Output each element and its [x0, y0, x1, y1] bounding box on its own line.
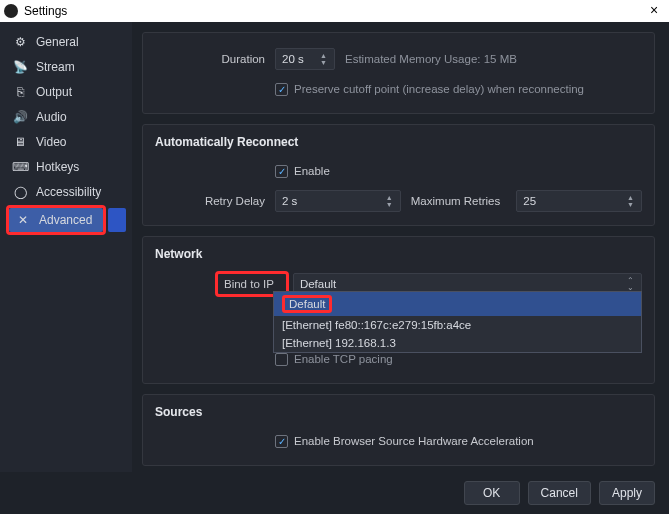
tools-icon: ✕	[15, 213, 31, 227]
retry-delay-label: Retry Delay	[155, 195, 275, 207]
tcp-pacing-checkbox-row[interactable]: Enable TCP pacing	[275, 353, 393, 366]
memory-usage-text: Estimated Memory Usage: 15 MB	[345, 53, 517, 65]
option-label: Default	[289, 298, 325, 310]
apply-button[interactable]: Apply	[599, 481, 655, 505]
titlebar: Settings ×	[0, 0, 669, 22]
checkbox-icon[interactable]	[275, 353, 288, 366]
tcp-pacing-label: Enable TCP pacing	[294, 353, 393, 365]
row-enable: Enable	[155, 159, 642, 183]
section-reconnect: Automatically Reconnect Enable Retry Del…	[142, 124, 655, 226]
speaker-icon: 🔊	[12, 110, 28, 124]
enable-label: Enable	[294, 165, 330, 177]
spinner-arrows-icon[interactable]: ▲▼	[627, 191, 639, 211]
dropdown-option-default[interactable]: Default	[274, 292, 641, 316]
duration-value: 20 s	[282, 53, 304, 65]
row-duration: Duration 20 s ▲▼ Estimated Memory Usage:…	[155, 47, 642, 71]
accessibility-icon: ◯	[12, 185, 28, 199]
dialog-footer: OK Cancel Apply	[0, 472, 669, 514]
checkbox-icon[interactable]	[275, 165, 288, 178]
sidebar-item-stream[interactable]: 📡 Stream	[6, 55, 126, 79]
retry-delay-spinner[interactable]: 2 s ▲▼	[275, 190, 401, 212]
sidebar-item-label: Audio	[36, 110, 67, 124]
sidebar-item-label: General	[36, 35, 79, 49]
content-area: Duration 20 s ▲▼ Estimated Memory Usage:…	[132, 22, 669, 472]
browser-hw-checkbox-row[interactable]: Enable Browser Source Hardware Accelerat…	[275, 435, 534, 448]
preserve-checkbox-row[interactable]: Preserve cutoff point (increase delay) w…	[275, 83, 584, 96]
row-browser-hw: Enable Browser Source Hardware Accelerat…	[155, 429, 642, 453]
sidebar-item-video[interactable]: 🖥 Video	[6, 130, 126, 154]
checkbox-icon[interactable]	[275, 435, 288, 448]
checkbox-icon[interactable]	[275, 83, 288, 96]
sidebar-item-audio[interactable]: 🔊 Audio	[6, 105, 126, 129]
max-retries-label: Maximum Retries	[411, 195, 506, 207]
bind-ip-label: Bind to IP	[224, 278, 280, 290]
selection-overflow	[108, 208, 126, 232]
sidebar-item-label: Advanced	[39, 213, 92, 227]
duration-label: Duration	[155, 53, 275, 65]
antenna-icon: 📡	[12, 60, 28, 74]
dropdown-option-ethernet-ipv4[interactable]: [Ethernet] 192.168.1.3	[274, 334, 641, 352]
output-icon: ⎘	[12, 85, 28, 99]
reconnect-title: Automatically Reconnect	[155, 135, 642, 149]
sidebar-item-hotkeys[interactable]: ⌨ Hotkeys	[6, 155, 126, 179]
dropdown-option-ethernet-ipv6[interactable]: [Ethernet] fe80::167c:e279:15fb:a4ce	[274, 316, 641, 334]
duration-spinner[interactable]: 20 s ▲▼	[275, 48, 335, 70]
bind-ip-dropdown[interactable]: Default [Ethernet] fe80::167c:e279:15fb:…	[273, 291, 642, 353]
bind-ip-value: Default	[300, 278, 336, 290]
preserve-label: Preserve cutoff point (increase delay) w…	[294, 83, 584, 95]
sidebar-item-advanced[interactable]: ✕ Advanced	[9, 208, 103, 232]
gear-icon: ⚙	[12, 35, 28, 49]
app-icon	[4, 4, 18, 18]
retry-delay-value: 2 s	[282, 195, 297, 207]
network-title: Network	[155, 247, 642, 261]
spinner-arrows-icon[interactable]: ▲▼	[386, 191, 398, 211]
sidebar-item-output[interactable]: ⎘ Output	[6, 80, 126, 104]
monitor-icon: 🖥	[12, 135, 28, 149]
cancel-button[interactable]: Cancel	[528, 481, 591, 505]
sidebar-item-label: Hotkeys	[36, 160, 79, 174]
window-title: Settings	[24, 4, 67, 18]
highlight-default-option: Default	[282, 295, 332, 313]
sidebar: ⚙ General 📡 Stream ⎘ Output 🔊 Audio 🖥 Vi…	[0, 22, 132, 472]
spinner-arrows-icon[interactable]: ▲▼	[320, 49, 332, 69]
row-retry: Retry Delay 2 s ▲▼ Maximum Retries 25 ▲▼	[155, 189, 642, 213]
section-network: Network Bind to IP Default ⌃⌄ Default	[142, 236, 655, 384]
sidebar-item-accessibility[interactable]: ◯ Accessibility	[6, 180, 126, 204]
row-preserve: Preserve cutoff point (increase delay) w…	[155, 77, 642, 101]
max-retries-spinner[interactable]: 25 ▲▼	[516, 190, 642, 212]
highlight-advanced: ✕ Advanced	[6, 205, 106, 235]
max-retries-value: 25	[523, 195, 536, 207]
browser-hw-label: Enable Browser Source Hardware Accelerat…	[294, 435, 534, 447]
section-sources: Sources Enable Browser Source Hardware A…	[142, 394, 655, 466]
close-icon[interactable]: ×	[645, 2, 663, 18]
enable-checkbox-row[interactable]: Enable	[275, 165, 330, 178]
sidebar-item-general[interactable]: ⚙ General	[6, 30, 126, 54]
sidebar-item-label: Stream	[36, 60, 75, 74]
ok-button[interactable]: OK	[464, 481, 520, 505]
sidebar-item-label: Video	[36, 135, 66, 149]
sources-title: Sources	[155, 405, 642, 419]
sidebar-item-label: Output	[36, 85, 72, 99]
keyboard-icon: ⌨	[12, 160, 28, 174]
option-label: [Ethernet] 192.168.1.3	[282, 337, 396, 349]
sidebar-item-label: Accessibility	[36, 185, 101, 199]
option-label: [Ethernet] fe80::167c:e279:15fb:a4ce	[282, 319, 471, 331]
section-stream-delay: Duration 20 s ▲▼ Estimated Memory Usage:…	[142, 32, 655, 114]
